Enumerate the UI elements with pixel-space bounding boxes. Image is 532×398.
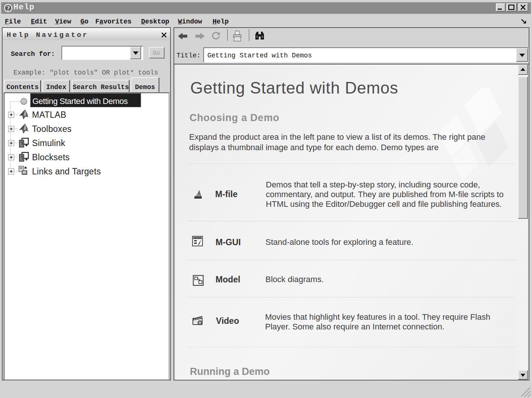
svg-text:?: ? [7, 5, 10, 12]
